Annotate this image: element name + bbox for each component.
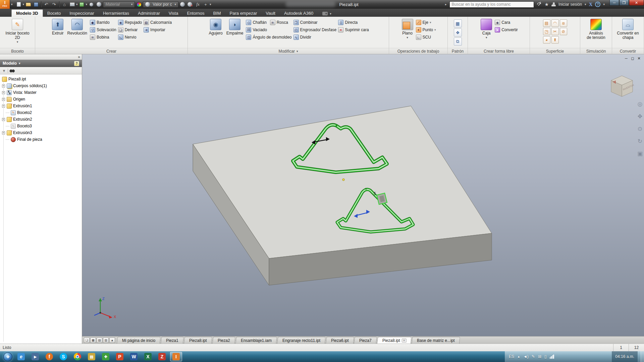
derive-button[interactable]: ❏Derivar xyxy=(118,27,142,33)
tab-herramientas[interactable]: Herramientas xyxy=(99,10,133,17)
tab-administrar[interactable]: Administrar xyxy=(133,10,164,17)
pen-input-icon[interactable]: ✎ xyxy=(532,354,535,359)
start-button[interactable]: ❖ xyxy=(3,352,12,361)
3d-viewport[interactable]: 5 ─ ◻ ✕ xyxy=(82,54,644,336)
doc-tab-pieza7[interactable]: Pieza7 xyxy=(354,337,377,344)
revolve-button[interactable]: ◠Revolución xyxy=(66,18,88,36)
freeform-box-button[interactable]: Caja▾ xyxy=(480,18,493,40)
tab-inspeccionar[interactable]: Inspeccionar xyxy=(65,10,99,17)
browser-help-icon[interactable]: ? xyxy=(74,61,79,66)
favorites-star-icon[interactable]: ★ xyxy=(545,2,549,7)
direct-edit-button[interactable]: ▯Directa xyxy=(338,19,369,25)
tree-item-extrusion1[interactable]: +Extrusión1 xyxy=(2,103,82,109)
new-file-caret-icon[interactable]: ▾ xyxy=(23,3,24,6)
taskbar-z-app[interactable]: Z xyxy=(156,352,168,361)
material-book-caret-icon[interactable]: ▾ xyxy=(86,3,88,6)
redo-icon[interactable]: ↷ xyxy=(50,1,58,8)
tree-item-final-de-pieza[interactable]: Final de pieza xyxy=(2,136,82,143)
surface-patch-icon[interactable]: ◠ xyxy=(551,19,559,27)
browser-title-caret-icon[interactable]: ▾ xyxy=(19,62,20,65)
panel-label-superficie[interactable]: Superficie xyxy=(530,48,580,54)
orbit-icon[interactable]: ↻ xyxy=(638,138,642,145)
adjust-appearance-icon[interactable] xyxy=(179,1,186,8)
panel-label-modificar[interactable]: Modificar▾ xyxy=(188,48,389,54)
loft-button[interactable]: ▽Solevación xyxy=(90,27,116,33)
doc-close-icon[interactable]: ✕ xyxy=(637,56,641,61)
new-file-icon[interactable] xyxy=(15,1,22,8)
exchange-apps-icon[interactable]: X xyxy=(589,2,593,7)
hidden-icons-arrow[interactable]: ▲ xyxy=(517,355,520,358)
pan-icon[interactable]: ✥ xyxy=(638,113,642,120)
doc-tab-pieza8-active[interactable]: Pieza8.ipt✕ xyxy=(377,337,412,344)
sign-in-caret-icon[interactable]: ▾ xyxy=(585,3,586,6)
doc-tab-ensamblaje1[interactable]: Ensamblaje1.iam xyxy=(235,337,277,344)
tile-windows-icon[interactable]: ▦ xyxy=(90,338,96,343)
render-caret-icon[interactable]: ▾ xyxy=(76,3,78,6)
freeform-face-button[interactable]: ◈Cara xyxy=(495,19,518,25)
filter-funnel-icon[interactable]: ▼ xyxy=(2,68,6,73)
emboss-button[interactable]: ◈Repujado xyxy=(118,19,142,25)
open-file-icon[interactable] xyxy=(24,1,32,8)
tree-item-cuerpos-solidos[interactable]: +Cuerpos sólidos(1) xyxy=(2,82,82,89)
appearance-dropdown[interactable]: Valor por c▾ xyxy=(143,1,178,8)
taskbar-file-explorer[interactable]: ▤ xyxy=(86,352,98,361)
tree-item-extrusion3[interactable]: +Extrusión3 xyxy=(2,129,82,136)
tree-item-boceto3[interactable]: ✎Boceto3 xyxy=(2,123,82,129)
help-caret-icon[interactable]: ▾ xyxy=(603,3,605,6)
rib-button[interactable]: ◺Nervio xyxy=(118,34,142,40)
clock[interactable]: 04:16 a.m. xyxy=(612,351,638,362)
doc-tab-pieza8-a[interactable]: Pieza8.ipt xyxy=(184,337,212,344)
search-binoculars-icon[interactable] xyxy=(9,69,15,73)
taskbar-powerpoint[interactable]: P xyxy=(114,352,126,361)
doc-restore-icon[interactable]: ◻ xyxy=(630,56,635,61)
point-caret-icon[interactable]: ▾ xyxy=(434,28,436,32)
chamfer-button[interactable]: ◇Chaflán xyxy=(246,19,266,25)
app-menu-caret-icon[interactable]: ▾ xyxy=(11,3,13,6)
doc-tab-pieza1[interactable]: Pieza1 xyxy=(161,337,184,344)
taskbar-inventor-active[interactable]: I xyxy=(170,352,182,361)
inventor-logo[interactable]: IPRO xyxy=(0,0,10,9)
green-vertex-point[interactable] xyxy=(335,125,337,126)
shell-button[interactable]: 回Vaciado xyxy=(246,27,291,33)
panel-label-patron[interactable]: Patrón xyxy=(448,48,468,54)
hole-button[interactable]: ◉Agujero xyxy=(208,18,223,36)
tree-item-origen[interactable]: +Origen xyxy=(2,96,82,103)
tab-close-icon[interactable]: ✕ xyxy=(402,339,407,343)
show-desktop-button[interactable] xyxy=(641,351,644,362)
panel-label-boceto[interactable]: Boceto xyxy=(0,48,35,54)
taskbar-chrome[interactable] xyxy=(71,352,84,361)
surface-trim-icon[interactable]: ✂ xyxy=(551,28,559,35)
network-signal-icon[interactable] xyxy=(550,355,554,359)
minimize-button[interactable]: ─ xyxy=(609,0,619,6)
doc-minimize-icon[interactable]: ─ xyxy=(624,56,629,61)
taskbar-word[interactable]: W xyxy=(128,352,140,361)
volume-icon[interactable]: ◄) xyxy=(523,354,529,359)
start-2d-sketch-button[interactable]: ✎ Iniciar boceto 2D ▾ xyxy=(2,18,33,45)
convert-to-sheetmetal-button[interactable]: ⌓Convertir enchapa xyxy=(616,18,640,40)
restore-button[interactable]: ❐ xyxy=(619,0,629,6)
measure-plus-icon[interactable]: + xyxy=(202,1,209,8)
yellow-center-point[interactable] xyxy=(342,179,344,181)
work-plane-button[interactable]: Plano▾ xyxy=(401,18,414,40)
view-cube[interactable]: INVENTOR xyxy=(604,70,635,101)
axis-caret-icon[interactable]: ▾ xyxy=(430,21,431,24)
home-icon[interactable]: ⌂ xyxy=(61,1,68,8)
tab-bim[interactable]: BIM xyxy=(209,10,225,17)
mirror-icon[interactable]: ⧉ xyxy=(454,38,462,46)
cascade-windows-icon[interactable]: ❏ xyxy=(84,338,90,343)
qat-customize-caret-icon[interactable]: ▾ xyxy=(210,3,211,6)
sweep-button[interactable]: ◆Barrido xyxy=(90,19,116,25)
delete-face-button[interactable]: ✕Suprimir cara xyxy=(338,27,369,33)
appearance-spheres-icon[interactable] xyxy=(88,1,95,8)
surface-extend-icon[interactable]: ⬆ xyxy=(551,36,559,44)
split-button[interactable]: ∿Dividir xyxy=(293,34,337,40)
render-icon[interactable] xyxy=(68,1,76,8)
browser-close-icon[interactable]: ✕ xyxy=(78,55,80,59)
circular-pattern-icon[interactable]: ❖ xyxy=(454,28,462,37)
extrude-button[interactable]: ⬆Extruir xyxy=(51,18,65,36)
sign-in-button[interactable]: Iniciar sesión xyxy=(558,2,582,7)
panel-label-simulacion[interactable]: Simulación xyxy=(580,48,612,54)
tab-entornos[interactable]: Entornos xyxy=(182,10,209,17)
combine-button[interactable]: ❒Combinar xyxy=(293,19,337,25)
thread-button[interactable]: ≋Rosca xyxy=(270,19,288,25)
